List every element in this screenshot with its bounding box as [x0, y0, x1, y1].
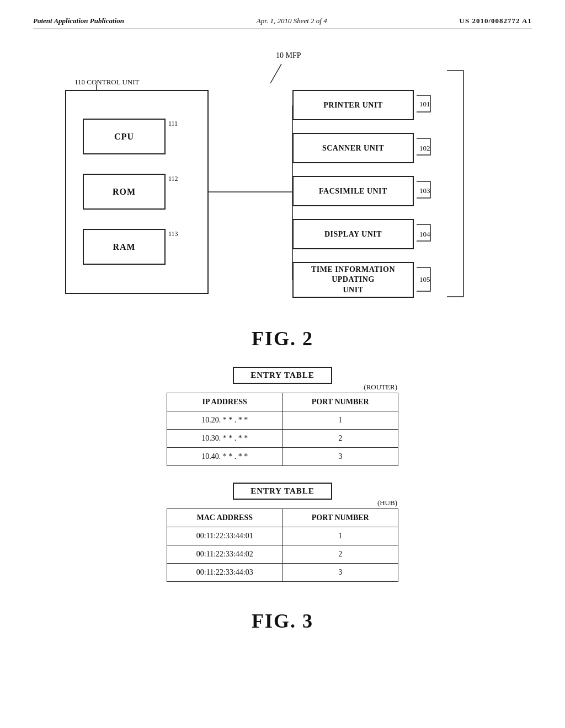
ram-num: 113 — [168, 230, 178, 238]
hub-table-container: ENTRY TABLE (HUB) MAC ADDRESS PORT NUMBE… — [167, 483, 398, 582]
printer-unit-label: PRINTER UNIT — [323, 101, 383, 110]
header-left: Patent Application Publication — [33, 17, 124, 25]
router-table-container: ENTRY TABLE (ROUTER) IP ADDRESS PORT NUM… — [167, 367, 398, 466]
ref-101-bracket — [414, 93, 436, 117]
router-col2-header: PORT NUMBER — [282, 393, 398, 411]
facsimile-unit-label: FACSIMILE UNIT — [319, 187, 387, 196]
cpu-num: 111 — [168, 120, 178, 128]
hub-table-title: ENTRY TABLE — [233, 483, 332, 500]
header-center: Apr. 1, 2010 Sheet 2 of 4 — [257, 17, 327, 25]
table-row: 00:11:22:33:44:033 — [167, 564, 398, 582]
port-number-cell: 1 — [282, 411, 398, 430]
hub-table-header-row: MAC ADDRESS PORT NUMBER — [167, 509, 398, 527]
ref-102-bracket — [414, 136, 436, 160]
port-number-cell: 3 — [282, 564, 398, 582]
facsimile-unit-box: FACSIMILE UNIT — [292, 176, 414, 206]
mac-address-cell: 00:11:22:33:44:02 — [167, 545, 283, 564]
ref-104-bracket — [414, 222, 436, 247]
port-number-cell: 2 — [282, 545, 398, 564]
mfp-bracket — [441, 65, 469, 302]
svg-line-0 — [270, 64, 281, 83]
rom-label: ROM — [113, 187, 136, 197]
header-right: US 2010/0082772 A1 — [460, 17, 532, 25]
control-unit-box: CPU 111 ROM 112 RAM 113 — [65, 90, 209, 294]
scanner-unit-label: SCANNER UNIT — [322, 144, 384, 153]
time-unit-box: TIME INFORMATION UPDATINGUNIT — [292, 262, 414, 298]
scanner-unit-box: SCANNER UNIT — [292, 133, 414, 163]
mfp-arrow — [265, 61, 298, 89]
fig2-caption: FIG. 2 — [33, 327, 532, 350]
table-row: 00:11:22:33:44:022 — [167, 545, 398, 564]
cpu-box: CPU — [83, 119, 166, 154]
control-unit-label: 110 CONTROL UNIT — [74, 78, 139, 87]
port-number-cell: 3 — [282, 448, 398, 466]
tables-section: ENTRY TABLE (ROUTER) IP ADDRESS PORT NUM… — [33, 367, 532, 598]
mac-address-cell: 00:11:22:33:44:01 — [167, 527, 283, 545]
time-unit-label: TIME INFORMATION UPDATINGUNIT — [294, 265, 413, 295]
router-col1-header: IP ADDRESS — [167, 393, 283, 411]
ram-box: RAM — [83, 229, 166, 265]
router-table: IP ADDRESS PORT NUMBER 10.20. * * . * *1… — [167, 393, 398, 466]
table-row: 00:11:22:33:44:011 — [167, 527, 398, 545]
router-table-sublabel: (ROUTER) — [167, 383, 398, 392]
ip-address-cell: 10.20. * * . * * — [167, 411, 283, 430]
ref-103-bracket — [414, 179, 436, 204]
page: Patent Application Publication Apr. 1, 2… — [0, 0, 565, 728]
hub-col1-header: MAC ADDRESS — [167, 509, 283, 527]
table-row: 10.40. * * . * *3 — [167, 448, 398, 466]
ip-address-cell: 10.40. * * . * * — [167, 448, 283, 466]
ram-label: RAM — [113, 242, 135, 252]
fig2-diagram: 10 MFP 110 CONTROL UNIT CPU 111 ROM 112 … — [33, 46, 532, 322]
hub-table: MAC ADDRESS PORT NUMBER 00:11:22:33:44:0… — [167, 508, 398, 582]
rom-box: ROM — [83, 174, 166, 210]
ip-address-cell: 10.30. * * . * * — [167, 430, 283, 448]
display-unit-label: DISPLAY UNIT — [324, 230, 382, 239]
port-number-cell: 1 — [282, 527, 398, 545]
router-table-header-row: IP ADDRESS PORT NUMBER — [167, 393, 398, 411]
printer-unit-box: PRINTER UNIT — [292, 90, 414, 120]
mac-address-cell: 00:11:22:33:44:03 — [167, 564, 283, 582]
mfp-label: 10 MFP — [276, 51, 301, 60]
ref-105-bracket — [414, 265, 436, 295]
display-unit-box: DISPLAY UNIT — [292, 219, 414, 249]
hub-col2-header: PORT NUMBER — [282, 509, 398, 527]
hub-table-sublabel: (HUB) — [167, 499, 398, 507]
cpu-label: CPU — [114, 132, 134, 142]
rom-num: 112 — [168, 175, 178, 183]
port-number-cell: 2 — [282, 430, 398, 448]
table-row: 10.20. * * . * *1 — [167, 411, 398, 430]
table-row: 10.30. * * . * *2 — [167, 430, 398, 448]
fig3-caption: FIG. 3 — [33, 609, 532, 633]
router-table-title: ENTRY TABLE — [233, 367, 332, 384]
page-header: Patent Application Publication Apr. 1, 2… — [33, 17, 532, 29]
